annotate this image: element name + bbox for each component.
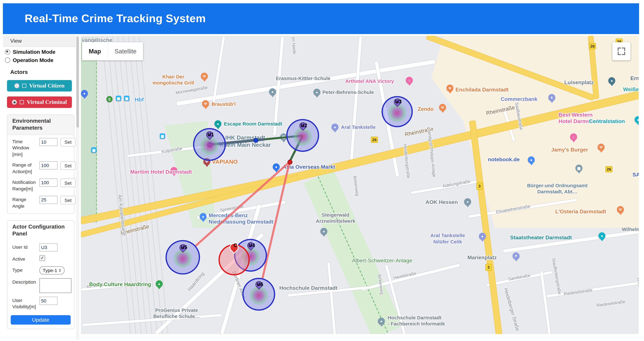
poi-label: Wilhelminenpla [622,227,639,233]
graduation-icon[interactable]: ● [378,318,385,325]
restaurant-icon[interactable]: Ψ [202,100,209,107]
path-node [288,160,292,165]
range-of-action-input[interactable] [40,161,58,170]
virtual-criminal-button[interactable]: Virtual Criminal [7,96,72,108]
active-checkbox[interactable]: ✓ [40,255,45,261]
theater-icon[interactable]: ● [598,232,606,239]
scrollbar-thumb[interactable] [76,36,79,128]
school-icon[interactable]: ● [320,228,328,235]
user-id-row: User Id [8,241,74,253]
radio-icon[interactable] [5,49,10,54]
restaurant-icon[interactable]: Ψ [617,206,624,213]
train-icon[interactable]: ▣ [116,96,121,101]
notification-range-input[interactable] [40,179,58,187]
range-angle-input[interactable] [40,196,58,204]
road [503,229,638,253]
range-angle-row: Range Angle Set [8,193,74,214]
bank-icon[interactable]: € [548,94,555,101]
time-window-set-button[interactable]: Set [60,138,76,146]
school-icon[interactable]: ● [313,89,320,96]
poi-label: Braustüb'l [212,101,236,107]
restaurant-icon[interactable]: Ψ [446,84,453,91]
poi-label: Asia Overseas Markt [282,164,335,170]
user-id-input[interactable] [40,243,58,252]
actors-section-header: Actors [3,63,76,75]
poi-label: SteigerwaldArzneimittelwerk [316,212,355,224]
fullscreen-button[interactable] [612,42,630,60]
view-section-header: View [3,35,76,47]
user-visibility-input[interactable] [40,297,58,305]
parking-icon[interactable]: P [512,252,520,259]
street-label: Adelungstraße [442,179,470,188]
transit-icon[interactable]: ● [81,90,88,97]
select-arrows-icon: ▲▼ [59,268,61,272]
user-visibility-row: User Visibility[m] [8,294,74,311]
road [540,271,551,334]
route-badge: 3 [476,183,483,190]
type-row: Type Type-1 ▲▼ [8,263,74,275]
poi-label: Aral TankstelleNilüfer Celik [430,233,465,245]
hotel-icon[interactable]: ⌂ [570,133,577,140]
school-icon[interactable]: ● [464,198,471,205]
type-select[interactable]: Type-1 ▲▼ [40,266,64,275]
virtual-citizen-button[interactable]: Virtual Citizen [7,80,72,91]
school-icon[interactable]: ● [269,88,276,95]
tree-icon[interactable]: ● [214,120,221,127]
cart-icon[interactable]: ● [273,163,280,170]
sidebar-scrollbar[interactable] [76,35,79,340]
poi-label: L'Osteria Darmstadt [555,209,606,215]
page-title: Real-Time Crime Tracking System [3,3,639,25]
radio-icon [12,100,17,105]
sbahn-icon[interactable]: S [106,96,112,102]
bus-icon[interactable]: ▣ [91,147,96,153]
street-label: Im Niede [291,37,297,54]
restaurant-icon[interactable]: Ψ [201,73,208,79]
map-park-strip-west [81,38,97,222]
poi-label: Khan Dermongolische Grill [152,74,194,86]
satellite-button[interactable]: Satellite [108,42,143,60]
range-of-action-set-button[interactable]: Set [60,161,76,170]
street-label: Heidelberger Straße [503,287,520,332]
actor-label-U5: U5 [181,245,187,250]
school-icon[interactable]: ● [608,77,615,84]
bag-icon[interactable]: ● [528,156,535,163]
restaurant-icon[interactable]: Ψ [439,104,446,111]
poi-label: Erasmus-Kittler-Schule [276,76,330,82]
fuel-icon[interactable]: ● [479,233,486,240]
actor-label-U1: U1 [208,132,214,138]
fuel-icon[interactable]: ● [332,123,338,130]
notification-range-set-button[interactable]: Set [60,179,76,187]
time-window-row: Time Window [min] Set [8,135,74,159]
radio-icon[interactable] [5,57,10,63]
sidebar: View Simulation Mode Operation Mode Acto… [3,35,76,340]
range-angle-set-button[interactable]: Set [60,196,76,205]
poi-label: AOK Hessen [426,199,458,206]
poi-label: Escape Room Darmstadt [224,121,282,127]
poi-label: Hochschule Darmstadt- Fachbereich Inform… [388,315,445,327]
hotel-icon[interactable]: ⌂ [406,77,413,84]
bus-icon[interactable]: ▣ [160,133,165,139]
tram-icon[interactable]: ▣ [124,96,129,101]
gym-icon[interactable]: ● [156,280,162,287]
radio-simulation-mode[interactable]: Simulation Mode [3,47,76,55]
poi-label: Weißer T [623,86,638,93]
map-park-strip-central [304,170,403,334]
poi-label: notebook.de [488,156,520,163]
restaurant-icon[interactable]: Ψ [598,144,604,151]
map-canvas[interactable]: MornewegstraßeIm NiedeKülpstraßeRheinstr… [81,36,639,334]
route-badge: 26 [589,43,596,49]
poi-label: Luisenplatz [564,79,594,86]
time-window-input[interactable] [40,138,58,146]
description-textarea[interactable] [40,278,72,293]
road [212,36,225,103]
map-button[interactable]: Map [82,42,108,60]
update-button[interactable]: Update [11,315,71,325]
radio-operation-mode[interactable]: Operation Mode [3,55,76,63]
bag-icon[interactable]: ● [200,213,206,220]
building-icon[interactable]: ▦ [576,165,582,171]
poi-label: ProGenius PrivateBerufliche Schule… [153,308,200,320]
app-header: Real-Time Crime Tracking System [3,3,639,34]
description-row: Description [8,275,74,294]
street-label: Landgraf-Philipps-Anlage [427,129,437,177]
map-type-control: Map Satellite [82,42,143,60]
